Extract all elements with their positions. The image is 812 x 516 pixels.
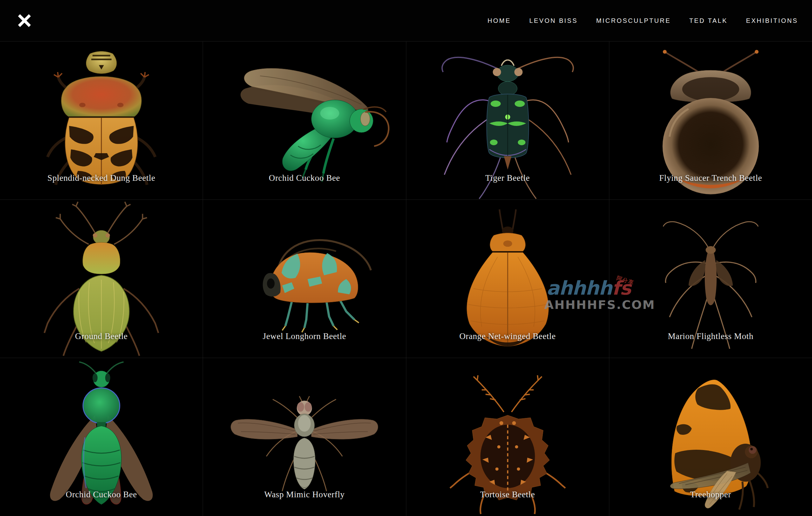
insect-grid: Splendid-necked Dung Beetle bbox=[0, 41, 812, 516]
insect-caption: Orchid Cuckoo Bee bbox=[203, 173, 406, 183]
insect-caption: Tortoise Beetle bbox=[406, 490, 609, 499]
insect-caption: Orchid Cuckoo Bee bbox=[0, 490, 203, 499]
nav-item-home[interactable]: HOME bbox=[488, 17, 511, 24]
insect-caption: Flying Saucer Trench Beetle bbox=[609, 173, 812, 183]
close-button[interactable] bbox=[15, 11, 34, 30]
gallery-cell-orange-net-winged-beetle[interactable]: Orange Net-winged Beetle bbox=[406, 200, 609, 358]
gallery-cell-flying-saucer-trench-beetle[interactable]: Flying Saucer Trench Beetle bbox=[609, 41, 812, 199]
insect-caption: Wasp Mimic Hoverfly bbox=[203, 490, 406, 499]
nav-item-exhibitions[interactable]: EXHIBITIONS bbox=[746, 17, 798, 24]
insect-caption: Treehopper bbox=[609, 490, 812, 499]
gallery-cell-tiger-beetle[interactable]: Tiger Beetle bbox=[406, 41, 609, 199]
gallery-cell-ground-beetle[interactable]: Ground Beetle bbox=[0, 200, 203, 358]
nav-item-ted-talk[interactable]: TED TALK bbox=[689, 17, 728, 24]
gallery-cell-orchid-cuckoo-bee-top[interactable]: Orchid Cuckoo Bee bbox=[0, 358, 203, 516]
gallery-cell-wasp-mimic-hoverfly[interactable]: Wasp Mimic Hoverfly bbox=[203, 358, 406, 516]
nav-item-microsculpture[interactable]: MICROSCULPTURE bbox=[596, 17, 671, 24]
insect-caption: Ground Beetle bbox=[0, 332, 203, 341]
nav-item-levon-biss[interactable]: LEVON BISS bbox=[529, 17, 578, 24]
insect-caption: Jewel Longhorn Beetle bbox=[203, 332, 406, 341]
insect-caption: Marion Flightless Moth bbox=[609, 332, 812, 341]
gallery-cell-treehopper[interactable]: Treehopper bbox=[609, 358, 812, 516]
gallery-cell-orchid-cuckoo-bee-side[interactable]: Orchid Cuckoo Bee bbox=[203, 41, 406, 199]
main-nav: HOME LEVON BISS MICROSCULPTURE TED TALK … bbox=[488, 0, 798, 41]
top-nav-bar: HOME LEVON BISS MICROSCULPTURE TED TALK … bbox=[0, 0, 812, 41]
microsculpture-gallery-page: HOME LEVON BISS MICROSCULPTURE TED TALK … bbox=[0, 0, 812, 516]
gallery-cell-marion-flightless-moth[interactable]: Marion Flightless Moth bbox=[609, 200, 812, 358]
close-icon bbox=[15, 11, 34, 30]
insect-caption: Orange Net-winged Beetle bbox=[406, 332, 609, 341]
gallery-cell-jewel-longhorn-beetle[interactable]: Jewel Longhorn Beetle bbox=[203, 200, 406, 358]
insect-caption: Splendid-necked Dung Beetle bbox=[0, 173, 203, 183]
insect-caption: Tiger Beetle bbox=[406, 173, 609, 183]
gallery-cell-dung-beetle[interactable]: Splendid-necked Dung Beetle bbox=[0, 41, 203, 199]
gallery-cell-tortoise-beetle[interactable]: Tortoise Beetle bbox=[406, 358, 609, 516]
